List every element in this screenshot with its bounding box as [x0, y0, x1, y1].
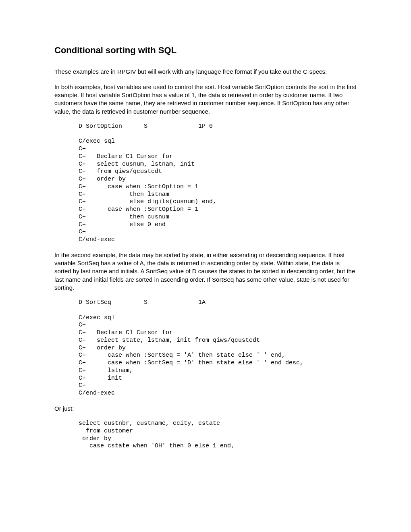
- paragraph-3: In the second example, the data may be s…: [54, 251, 357, 292]
- intro-paragraph-2: In both examples, host variables are use…: [54, 83, 357, 116]
- code-block-1: D SortOption S 1P 0 C/exec sql C+ C+ Dec…: [79, 123, 357, 244]
- paragraph-4: Or just:: [54, 405, 357, 413]
- intro-paragraph-1: These examples are in RPGIV but will wor…: [54, 68, 357, 76]
- page-title: Conditional sorting with SQL: [54, 44, 357, 56]
- code-block-3: select custnbr, custname, ccity, cstate …: [79, 420, 357, 450]
- code-block-2: D SortSeq S 1A C/exec sql C+ C+ Declare …: [79, 299, 357, 397]
